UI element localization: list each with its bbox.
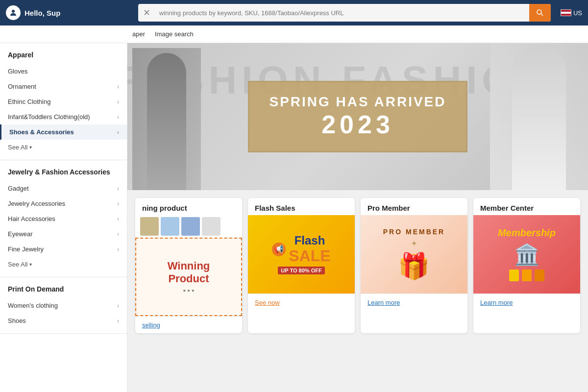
close-button[interactable]: ✕: [138, 4, 155, 22]
pro-cta-link[interactable]: Learn more: [368, 299, 400, 306]
chevron-icon: ›: [117, 114, 119, 121]
chevron-down-icon: ▾: [29, 262, 32, 267]
sidebar-section-jewelry: Jewelry & Fashion Accessories Gadget › J…: [0, 160, 127, 277]
pro-member-label: PRO MEMBER: [383, 228, 445, 236]
card-winning-product: ning product WinningProduct ● ● ● sellin…: [135, 198, 242, 333]
chevron-icon: ›: [117, 185, 119, 192]
winning-badge: ● ● ●: [168, 287, 210, 294]
sidebar-item-label-fine-jewelry: Fine Jewelry: [8, 245, 44, 253]
flash-inner: 📢 Flash SALE UP TO 80% OFF: [272, 234, 330, 274]
header: Hello, Sup ✕ US: [0, 0, 588, 25]
hero-title-line1: SPRING HAS ARRIVED: [269, 94, 446, 110]
svg-point-0: [12, 10, 15, 13]
winning-label: WinningProduct: [168, 260, 210, 286]
chevron-icon: ›: [117, 200, 119, 207]
pro-inner: PRO MEMBER ✦ 🎁: [375, 220, 453, 289]
hero-banner: FASHION FASHION FASH SPRING HAS ARRIVED …: [127, 43, 588, 190]
chevron-icon: ›: [117, 216, 119, 222]
sidebar-section-title-apparel: Apparel: [0, 51, 127, 64]
sidebar-item-label-jewelry-acc: Jewelry Accessories: [8, 200, 65, 207]
sidebar-item-ethnic-clothing[interactable]: Ethinc Clothing ›: [0, 94, 127, 109]
sidebar-item-label-ornament: Ornament: [8, 83, 36, 90]
winning-card-footer: selling: [135, 316, 242, 333]
card-pro-member: Pro Member PRO MEMBER ✦ 🎁 Learn more: [361, 198, 467, 333]
thumb-item: [202, 217, 220, 236]
sidebar-item-eyewear[interactable]: Eyewear ›: [0, 226, 127, 242]
member-cta-link[interactable]: Learn more: [480, 299, 513, 306]
sidebar-item-fine-jewelry[interactable]: Fine Jewelry ›: [0, 242, 127, 257]
membership-label: Membership: [498, 227, 556, 239]
chevron-icon: ›: [117, 231, 119, 238]
sidebar-section-print: Print On Demand Women's clothing › Shoes…: [0, 277, 127, 334]
card-flash-title: Flash Sales: [248, 198, 355, 215]
card-member-center: Member Center Membership 🏛️ Learn more: [473, 198, 580, 333]
sidebar-item-gloves[interactable]: Gloves: [0, 64, 127, 79]
pro-member-banner: PRO MEMBER ✦ 🎁: [361, 215, 467, 294]
chevron-icon: ›: [117, 302, 119, 309]
subnav-item-paper[interactable]: aper: [132, 30, 145, 38]
sidebar-item-ornament[interactable]: Ornament ›: [0, 79, 127, 94]
sidebar-item-infant-clothing[interactable]: Infant&Toddlers Clothing(old) ›: [0, 109, 127, 124]
megaphone-icon: 📢: [272, 243, 286, 256]
sidebar-item-shoes-accessories[interactable]: Shoes & Accessories ›: [0, 124, 127, 140]
flash-label: Flash: [289, 234, 330, 247]
thumb-shoe: [140, 217, 159, 236]
winning-thumbnails: [135, 215, 242, 238]
main-content-area: FASHION FASHION FASH SPRING HAS ARRIVED …: [127, 43, 588, 392]
flash-sales-banner: 📢 Flash SALE UP TO 80% OFF: [248, 215, 355, 294]
sidebar-see-all-apparel[interactable]: See All ▾: [0, 140, 127, 155]
search-bar: ✕: [138, 4, 551, 22]
sidebar-item-label-shoes-pod: Shoes: [8, 317, 26, 324]
sidebar-item-label-ethnic: Ethinc Clothing: [8, 98, 50, 105]
sidebar: Apparel Gloves Ornament › Ethinc Clothin…: [0, 43, 127, 392]
chevron-icon: ›: [117, 246, 119, 253]
subnav-item-image-search[interactable]: Image search: [155, 30, 194, 38]
pro-star: ✦: [383, 240, 445, 247]
member-card-footer: Learn more: [473, 294, 580, 311]
card-pro-title: Pro Member: [361, 198, 467, 215]
sidebar-item-jewelry-accessories[interactable]: Jewelry Accessories ›: [0, 196, 127, 211]
card-flash-sales: Flash Sales 📢 Flash SALE UP TO 80% OFF: [248, 198, 355, 333]
gift-icon: 🎁: [383, 251, 445, 281]
user-greeting-text: Hello, Sup: [24, 9, 60, 17]
membership-banner: Membership 🏛️: [473, 215, 580, 294]
chevron-icon: ›: [117, 83, 119, 90]
sidebar-item-gadget[interactable]: Gadget ›: [0, 181, 127, 196]
svg-line-2: [541, 14, 543, 16]
sidebar-see-all-jewelry[interactable]: See All ▾: [0, 257, 127, 272]
winning-cta-link[interactable]: selling: [142, 321, 160, 329]
coin-icon: [535, 270, 544, 281]
country-selector[interactable]: US: [561, 9, 582, 17]
card-member-title: Member Center: [473, 198, 580, 215]
hero-promo-box: SPRING HAS ARRIVED 2023: [248, 81, 467, 152]
sidebar-item-womens-clothing[interactable]: Women's clothing ›: [0, 298, 127, 313]
user-greeting-area: Hello, Sup: [6, 5, 133, 20]
chevron-down-icon: ▾: [29, 145, 32, 150]
membership-graphic-icon: 🏛️: [498, 243, 556, 267]
card-winning-title: ning product: [135, 198, 242, 215]
sidebar-section-apparel: Apparel Gloves Ornament › Ethinc Clothin…: [0, 43, 127, 160]
pro-card-footer: Learn more: [361, 294, 467, 311]
membership-inner: Membership 🏛️: [490, 220, 564, 289]
sidebar-item-shoes[interactable]: Shoes ›: [0, 313, 127, 328]
sale-label: SALE: [289, 247, 330, 265]
membership-items: [498, 270, 556, 281]
sidebar-item-label-shoes: Shoes & Accessories: [9, 128, 74, 136]
thumb-blue: [181, 217, 200, 236]
sidebar-item-label-infant: Infant&Toddlers Clothing(old): [8, 113, 90, 121]
sidebar-section-title-jewelry: Jewelry & Fashion Accessories: [0, 168, 127, 181]
chevron-icon: ›: [117, 98, 119, 105]
cards-section: ning product WinningProduct ● ● ● sellin…: [127, 190, 588, 341]
coin-icon: [509, 270, 519, 281]
hero-model-right: [490, 43, 588, 190]
hero-model-left: [132, 48, 201, 190]
search-input[interactable]: [155, 9, 529, 17]
see-all-label: See All: [8, 144, 27, 151]
search-button[interactable]: [529, 4, 551, 22]
sidebar-item-label-womens: Women's clothing: [8, 302, 58, 309]
flash-cta-link[interactable]: See now: [255, 299, 280, 306]
sidebar-item-hair-accessories[interactable]: Hair Accessories ›: [0, 211, 127, 226]
sidebar-item-label-hair: Hair Accessories: [8, 215, 55, 222]
thumb-glasses: [161, 217, 179, 236]
winning-product-banner: WinningProduct ● ● ●: [135, 238, 242, 316]
